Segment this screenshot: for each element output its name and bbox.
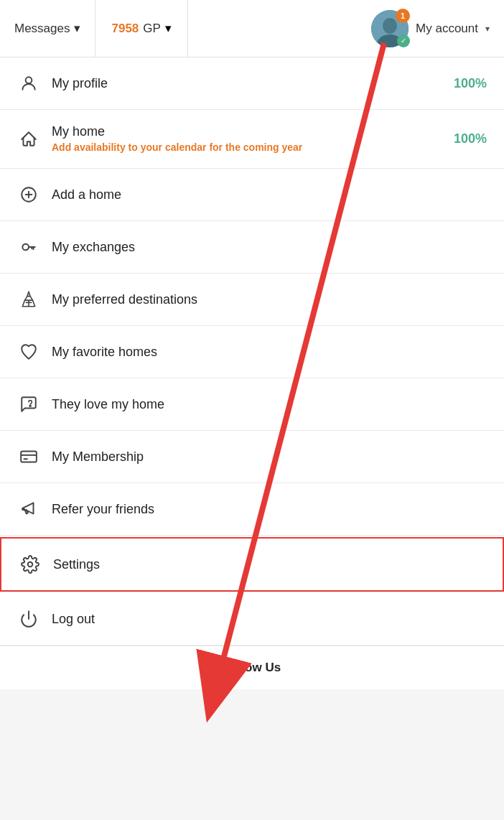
key-icon (17, 236, 40, 258)
settings-content: Settings (53, 557, 485, 572)
svg-point-14 (28, 562, 33, 567)
they-love-my-home-content: They love my home (52, 397, 487, 412)
menu-item-favorite-homes[interactable]: My favorite homes (0, 326, 504, 378)
header: Messages ▾ 7958 GP ▾ 1 ✓ My account ▾ (0, 0, 504, 57)
gp-value: 7958 (111, 22, 139, 36)
log-out-content: Log out (52, 612, 487, 627)
card-icon (17, 445, 40, 468)
preferred-destinations-content: My preferred destinations (52, 292, 487, 307)
settings-label: Settings (53, 557, 485, 572)
heart-chat-icon (17, 393, 40, 416)
avatar-wrapper: 1 ✓ (371, 10, 409, 47)
my-home-percent: 100% (454, 131, 487, 146)
refer-friends-label: Refer your friends (52, 502, 487, 517)
account-label: My account (416, 22, 478, 36)
svg-point-3 (26, 77, 32, 83)
account-chevron: ▾ (485, 24, 490, 34)
add-a-home-content: Add a home (52, 187, 487, 202)
refer-friends-content: Refer your friends (52, 502, 487, 517)
power-icon (17, 607, 40, 630)
svg-point-10 (29, 406, 31, 407)
log-out-label: Log out (52, 612, 487, 627)
menu-item-settings[interactable]: Settings (0, 537, 504, 592)
person-icon (17, 72, 40, 95)
account-dropdown: My profile 100% My home Add availability… (0, 57, 504, 689)
my-home-content: My home Add availability to your calenda… (52, 124, 454, 154)
menu-item-preferred-destinations[interactable]: My preferred destinations (0, 274, 504, 326)
svg-point-1 (383, 18, 397, 34)
verified-badge: ✓ (397, 34, 410, 47)
gp-chevron: ▾ (165, 21, 172, 36)
my-profile-content: My profile (52, 76, 454, 91)
favorite-homes-label: My favorite homes (52, 345, 487, 360)
svg-point-7 (22, 244, 29, 251)
account-nav[interactable]: 1 ✓ My account ▾ (357, 0, 504, 57)
plus-circle-icon (17, 183, 40, 206)
my-exchanges-content: My exchanges (52, 240, 487, 255)
messages-nav[interactable]: Messages ▾ (0, 0, 95, 57)
follow-us-section: Follow Us (0, 646, 504, 689)
menu-item-refer-friends[interactable]: Refer your friends (0, 483, 504, 536)
menu-item-add-a-home[interactable]: Add a home (0, 169, 504, 221)
messages-chevron: ▾ (74, 21, 80, 36)
follow-us-label: Follow Us (223, 661, 281, 675)
gp-unit: GP (143, 22, 161, 36)
my-profile-percent: 100% (454, 76, 487, 91)
my-profile-label: My profile (52, 76, 454, 91)
menu-item-membership[interactable]: My Membership (0, 431, 504, 483)
menu-item-my-home[interactable]: My home Add availability to your calenda… (0, 110, 504, 169)
heart-icon (17, 340, 40, 363)
they-love-my-home-label: They love my home (52, 397, 487, 412)
messages-label: Messages (14, 22, 70, 36)
my-exchanges-label: My exchanges (52, 240, 487, 255)
favorite-homes-content: My favorite homes (52, 345, 487, 360)
menu-item-my-exchanges[interactable]: My exchanges (0, 221, 504, 274)
menu-item-my-profile[interactable]: My profile 100% (0, 57, 504, 110)
menu-item-log-out[interactable]: Log out (0, 593, 504, 646)
my-home-sublabel: Add availability to your calendar for th… (52, 141, 454, 154)
eiffel-tower-icon (17, 288, 40, 311)
gear-icon (19, 553, 42, 576)
add-a-home-label: Add a home (52, 187, 487, 202)
svg-rect-11 (21, 452, 37, 462)
notification-badge: 1 (396, 9, 410, 23)
megaphone-icon (17, 498, 40, 521)
preferred-destinations-label: My preferred destinations (52, 292, 487, 307)
home-icon (17, 128, 40, 151)
menu-item-they-love-my-home[interactable]: They love my home (0, 378, 504, 431)
my-home-label: My home (52, 124, 454, 139)
membership-label: My Membership (52, 449, 487, 465)
membership-content: My Membership (52, 449, 487, 465)
gp-nav[interactable]: 7958 GP ▾ (95, 0, 187, 57)
